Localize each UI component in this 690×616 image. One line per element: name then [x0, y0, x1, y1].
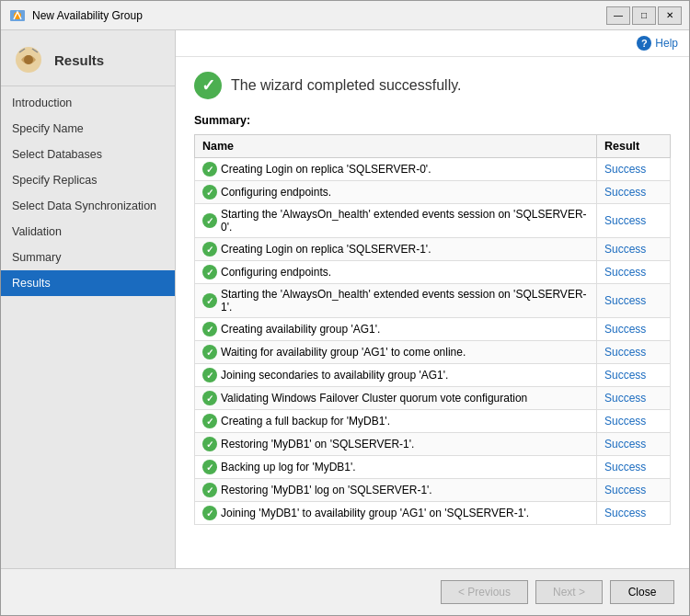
result-link[interactable]: Success — [604, 214, 646, 227]
main-content: Results Introduction Specify Name Select… — [1, 30, 689, 568]
window-icon — [8, 6, 27, 25]
content-body: ✓ The wizard completed successfully. Sum… — [176, 57, 689, 568]
row-name: Validating Windows Failover Cluster quor… — [221, 392, 527, 405]
row-success-icon: ✓ — [202, 293, 217, 308]
table-row: ✓Joining secondaries to availability gro… — [195, 364, 671, 387]
close-button[interactable]: Close — [610, 580, 674, 604]
row-success-icon: ✓ — [202, 185, 217, 200]
svg-point-3 — [24, 55, 33, 64]
sidebar-header: Results — [1, 30, 175, 86]
results-table: Name Result ✓Creating Login on replica '… — [194, 134, 671, 525]
table-row: ✓Configuring endpoints.Success — [195, 261, 671, 284]
maximize-button[interactable]: □ — [632, 6, 656, 25]
sidebar-item-results[interactable]: Results — [1, 270, 175, 296]
table-row: ✓Creating Login on replica 'SQLSERVER-0'… — [195, 158, 671, 181]
result-link[interactable]: Success — [604, 186, 646, 199]
row-name: Creating Login on replica 'SQLSERVER-0'. — [221, 163, 431, 176]
sidebar-nav: Introduction Specify Name Select Databas… — [1, 86, 175, 296]
row-success-icon: ✓ — [202, 483, 217, 497]
sidebar-item-summary[interactable]: Summary — [1, 245, 175, 270]
row-success-icon: ✓ — [202, 506, 217, 520]
help-icon: ? — [637, 36, 651, 51]
footer: < Previous Next > Close — [1, 568, 689, 615]
row-success-icon: ✓ — [202, 368, 217, 382]
row-success-icon: ✓ — [202, 322, 217, 337]
row-success-icon: ✓ — [202, 437, 217, 451]
result-link[interactable]: Success — [604, 346, 646, 359]
row-name: Joining 'MyDB1' to availability group 'A… — [221, 507, 529, 519]
table-row: ✓Restoring 'MyDB1' on 'SQLSERVER-1'.Succ… — [195, 433, 671, 456]
sidebar-item-introduction[interactable]: Introduction — [1, 90, 175, 116]
result-link[interactable]: Success — [604, 243, 646, 256]
row-name: Backing up log for 'MyDB1'. — [221, 461, 356, 473]
row-success-icon: ✓ — [202, 391, 217, 405]
row-name: Configuring endpoints. — [221, 266, 331, 279]
result-link[interactable]: Success — [604, 369, 646, 382]
success-icon: ✓ — [194, 72, 222, 99]
result-link[interactable]: Success — [604, 484, 646, 496]
result-link[interactable]: Success — [604, 438, 646, 451]
table-row: ✓Restoring 'MyDB1' log on 'SQLSERVER-1'.… — [195, 479, 671, 502]
table-row: ✓Starting the 'AlwaysOn_health' extended… — [195, 204, 671, 238]
table-row: ✓Waiting for availability group 'AG1' to… — [195, 341, 671, 364]
row-name: Creating Login on replica 'SQLSERVER-1'. — [221, 243, 431, 256]
row-success-icon: ✓ — [202, 162, 217, 177]
result-link[interactable]: Success — [604, 461, 646, 473]
table-row: ✓Joining 'MyDB1' to availability group '… — [195, 502, 671, 525]
row-success-icon: ✓ — [202, 265, 217, 279]
row-name: Starting the 'AlwaysOn_health' extended … — [221, 208, 589, 234]
table-row: ✓Creating a full backup for 'MyDB1'.Succ… — [195, 410, 671, 433]
sidebar-item-select-data-sync[interactable]: Select Data Synchronization — [1, 193, 175, 219]
row-success-icon: ✓ — [202, 213, 217, 228]
result-link[interactable]: Success — [604, 266, 646, 279]
row-name: Creating a full backup for 'MyDB1'. — [221, 415, 390, 428]
row-name: Restoring 'MyDB1' log on 'SQLSERVER-1'. — [221, 484, 432, 496]
row-name: Joining secondaries to availability grou… — [221, 369, 448, 382]
row-name: Waiting for availability group 'AG1' to … — [221, 346, 466, 359]
title-bar: New Availability Group — □ ✕ — [1, 1, 689, 30]
content-area: ? Help ✓ The wizard completed successful… — [176, 30, 689, 568]
close-window-button[interactable]: ✕ — [658, 6, 682, 25]
success-header: ✓ The wizard completed successfully. — [194, 72, 671, 99]
window-title: New Availability Group — [32, 9, 606, 22]
table-row: ✓Backing up log for 'MyDB1'.Success — [195, 456, 671, 479]
previous-button[interactable]: < Previous — [441, 580, 528, 604]
result-link[interactable]: Success — [604, 163, 646, 176]
row-name: Starting the 'AlwaysOn_health' extended … — [221, 288, 589, 314]
sidebar-item-validation[interactable]: Validation — [1, 219, 175, 245]
sidebar-title: Results — [54, 52, 104, 68]
row-success-icon: ✓ — [202, 414, 217, 428]
row-success-icon: ✓ — [202, 460, 217, 474]
success-message: The wizard completed successfully. — [231, 77, 461, 94]
window-controls: — □ ✕ — [606, 6, 682, 25]
table-row: ✓Creating availability group 'AG1'.Succe… — [195, 318, 671, 341]
sidebar-item-specify-name[interactable]: Specify Name — [1, 116, 175, 142]
result-link[interactable]: Success — [604, 392, 646, 405]
row-name: Restoring 'MyDB1' on 'SQLSERVER-1'. — [221, 438, 414, 451]
next-button[interactable]: Next > — [535, 580, 603, 604]
summary-label: Summary: — [194, 114, 671, 127]
row-success-icon: ✓ — [202, 242, 217, 257]
table-row: ✓Creating Login on replica 'SQLSERVER-1'… — [195, 238, 671, 261]
table-row: ✓Configuring endpoints.Success — [195, 181, 671, 204]
result-link[interactable]: Success — [604, 294, 646, 307]
sidebar-item-specify-replicas[interactable]: Specify Replicas — [1, 167, 175, 193]
row-name: Creating availability group 'AG1'. — [221, 323, 380, 336]
result-link[interactable]: Success — [604, 323, 646, 336]
sidebar: Results Introduction Specify Name Select… — [1, 30, 176, 568]
main-window: New Availability Group — □ ✕ Res — [0, 0, 690, 616]
result-link[interactable]: Success — [604, 415, 646, 428]
help-link[interactable]: ? Help — [637, 36, 678, 51]
sidebar-item-select-databases[interactable]: Select Databases — [1, 142, 175, 167]
sidebar-icon — [12, 43, 45, 76]
table-row: ✓Validating Windows Failover Cluster quo… — [195, 387, 671, 410]
table-row: ✓Starting the 'AlwaysOn_health' extended… — [195, 284, 671, 318]
row-name: Configuring endpoints. — [221, 186, 331, 199]
column-result: Result — [597, 135, 671, 158]
result-link[interactable]: Success — [604, 507, 646, 519]
column-name: Name — [195, 135, 597, 158]
minimize-button[interactable]: — — [606, 6, 630, 25]
row-success-icon: ✓ — [202, 345, 217, 359]
content-header: ? Help — [176, 30, 689, 57]
